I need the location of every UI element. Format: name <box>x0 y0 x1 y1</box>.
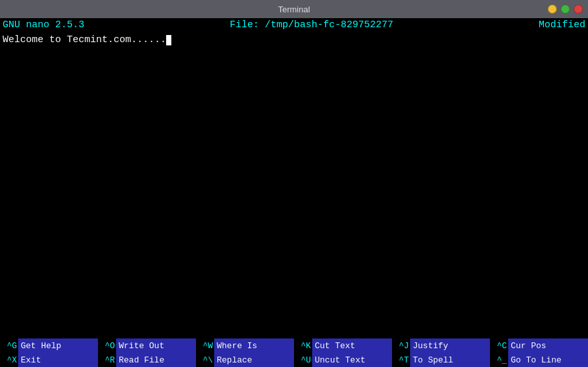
nano-footer: ^GGet Help^OWrite Out^WWhere Is^KCut Tex… <box>0 338 588 367</box>
shortcut-item: ^GGet Help <box>0 338 98 353</box>
nano-modified: Modified <box>539 19 585 30</box>
shortcut-label: Exit <box>18 353 98 367</box>
shortcut-key: ^K <box>294 340 312 351</box>
editor-content: Welcome to Tecmint.com...... <box>3 34 166 45</box>
shortcut-label: Justify <box>410 338 490 353</box>
nano-filename: File: /tmp/bash-fc-829752277 <box>230 19 393 30</box>
shortcut-key: ^T <box>392 355 410 366</box>
shortcut-label: Cur Pos <box>508 338 588 353</box>
terminal[interactable]: GNU nano 2.5.3 File: /tmp/bash-fc-829752… <box>0 18 588 367</box>
shortcut-label: Get Help <box>18 338 98 353</box>
shortcut-key: ^J <box>392 340 410 351</box>
shortcut-item: ^OWrite Out <box>98 338 196 353</box>
shortcut-key: ^O <box>98 340 116 351</box>
editor-area[interactable]: Welcome to Tecmint.com...... <box>0 32 588 338</box>
shortcut-item: ^_Go To Line <box>490 353 588 367</box>
shortcut-label: Read File <box>116 353 196 367</box>
minimize-button[interactable] <box>548 5 557 14</box>
cursor <box>166 35 171 45</box>
shortcut-label: Uncut Text <box>312 353 392 367</box>
shortcut-label: To Spell <box>410 353 490 367</box>
title-bar: Terminal <box>0 0 588 18</box>
shortcut-label: Go To Line <box>508 353 588 367</box>
window-controls[interactable] <box>548 5 583 14</box>
shortcut-item: ^XExit <box>0 353 98 367</box>
nano-header: GNU nano 2.5.3 File: /tmp/bash-fc-829752… <box>0 18 588 32</box>
shortcut-row-1: ^GGet Help^OWrite Out^WWhere Is^KCut Tex… <box>0 338 588 353</box>
shortcut-label: Write Out <box>116 338 196 353</box>
shortcut-item: ^TTo Spell <box>392 353 490 367</box>
shortcut-row-2: ^XExit^RRead File^\Replace^UUncut Text^T… <box>0 353 588 367</box>
shortcut-item: ^KCut Text <box>294 338 392 353</box>
shortcut-item: ^CCur Pos <box>490 338 588 353</box>
shortcut-label: Replace <box>214 353 294 367</box>
shortcut-key: ^W <box>196 340 214 351</box>
shortcut-item: ^UUncut Text <box>294 353 392 367</box>
shortcut-key: ^\ <box>196 355 214 366</box>
shortcut-item: ^\Replace <box>196 353 294 367</box>
maximize-button[interactable] <box>561 5 570 14</box>
shortcut-item: ^RRead File <box>98 353 196 367</box>
shortcut-item: ^WWhere Is <box>196 338 294 353</box>
shortcut-key: ^X <box>0 355 18 366</box>
shortcut-label: Where Is <box>214 338 294 353</box>
shortcut-key: ^R <box>98 355 116 366</box>
title-bar-title: Terminal <box>278 5 310 14</box>
shortcut-label: Cut Text <box>312 338 392 353</box>
shortcut-key: ^C <box>490 340 508 351</box>
shortcut-key: ^G <box>0 340 18 351</box>
close-button[interactable] <box>574 5 583 14</box>
shortcut-key: ^U <box>294 355 312 366</box>
shortcut-item: ^JJustify <box>392 338 490 353</box>
shortcut-key: ^_ <box>490 355 508 366</box>
nano-version: GNU nano 2.5.3 <box>3 19 84 30</box>
